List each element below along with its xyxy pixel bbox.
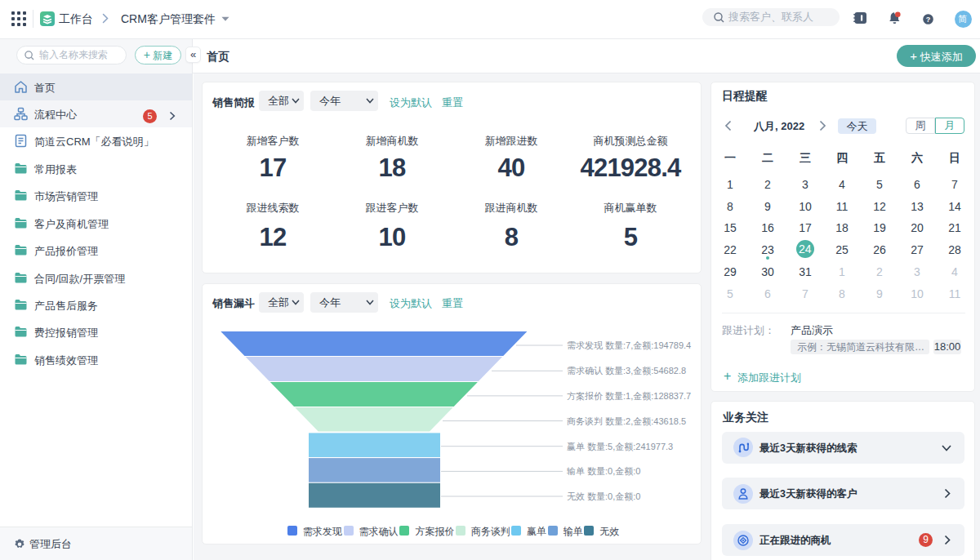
svg-text:?: ? xyxy=(925,15,930,23)
